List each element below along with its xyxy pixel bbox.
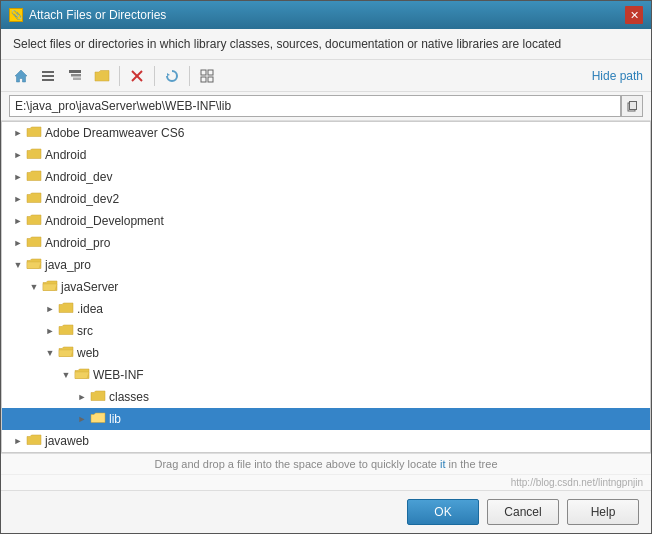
svg-rect-15 xyxy=(630,102,637,110)
folder-icon xyxy=(26,169,42,185)
tree-view-icon xyxy=(68,69,82,83)
delete-button[interactable] xyxy=(125,64,149,88)
svg-rect-12 xyxy=(201,77,206,82)
help-button[interactable]: Help xyxy=(567,499,639,525)
tree-item-label: classes xyxy=(109,390,149,404)
svg-rect-11 xyxy=(208,70,213,75)
folder-icon xyxy=(58,301,74,317)
drag-hint-suffix: in the tree xyxy=(446,458,498,470)
description-bar: Select files or directories in which lib… xyxy=(1,29,651,60)
tree-item[interactable]: ► Android_dev2 xyxy=(2,188,650,210)
folder-icon xyxy=(26,257,42,273)
tree-item-label: lib xyxy=(109,412,121,426)
tree-item-label: Adobe Dreamweaver CS6 xyxy=(45,126,184,140)
folder-icon xyxy=(26,235,42,251)
svg-rect-1 xyxy=(42,71,54,73)
tree-item-label: Android_dev2 xyxy=(45,192,119,206)
tree-item-label: web xyxy=(77,346,99,360)
separator-1 xyxy=(119,66,120,86)
home-button[interactable] xyxy=(9,64,33,88)
folder-icon xyxy=(90,389,106,405)
folder-icon xyxy=(26,147,42,163)
window-title: Attach Files or Directories xyxy=(29,8,166,22)
list-view-button[interactable] xyxy=(36,64,60,88)
tree-item[interactable]: ► .idea xyxy=(2,298,650,320)
cancel-button[interactable]: Cancel xyxy=(487,499,559,525)
description-text: Select files or directories in which lib… xyxy=(13,37,561,51)
tree-item-label: Android_pro xyxy=(45,236,110,250)
svg-rect-4 xyxy=(69,70,81,73)
svg-rect-6 xyxy=(73,77,81,80)
tree-item-label: Android_Development xyxy=(45,214,164,228)
tree-item[interactable]: ► Android_Development xyxy=(2,210,650,232)
toolbar: Hide path xyxy=(1,60,651,92)
tree-item[interactable]: ▼ web xyxy=(2,342,650,364)
refresh-button[interactable] xyxy=(160,64,184,88)
tree-item-label: javaServer xyxy=(61,280,118,294)
separator-3 xyxy=(189,66,190,86)
path-bar xyxy=(1,92,651,121)
tree-item[interactable]: ► javaweb xyxy=(2,430,650,452)
window-icon: 📎 xyxy=(9,8,23,22)
drag-hint: Drag and drop a file into the space abov… xyxy=(1,453,651,474)
tree-item[interactable]: ► Android_pro xyxy=(2,232,650,254)
tree-arrow: ► xyxy=(74,389,90,405)
tree-item[interactable]: ► Android xyxy=(2,144,650,166)
delete-icon xyxy=(130,69,144,83)
file-tree[interactable]: ► Adobe Dreamweaver CS6► Android► Androi… xyxy=(1,121,651,453)
tree-item[interactable]: ► Adobe Dreamweaver CS6 xyxy=(2,122,650,144)
hide-path-link[interactable]: Hide path xyxy=(592,69,643,83)
svg-rect-10 xyxy=(201,70,206,75)
tree-item[interactable]: ► Android_dev xyxy=(2,166,650,188)
tree-arrow: ► xyxy=(10,213,26,229)
title-bar-left: 📎 Attach Files or Directories xyxy=(9,8,166,22)
new-folder-button[interactable] xyxy=(90,64,114,88)
tree-item[interactable]: ▼ javaServer xyxy=(2,276,650,298)
new-folder-icon xyxy=(94,69,110,83)
folder-icon xyxy=(26,191,42,207)
tree-item-label: src xyxy=(77,324,93,338)
tree-item[interactable]: ► classes xyxy=(2,386,650,408)
refresh-icon xyxy=(165,69,179,83)
svg-rect-13 xyxy=(208,77,213,82)
tree-arrow: ▼ xyxy=(26,279,42,295)
tree-view-button[interactable] xyxy=(63,64,87,88)
home-icon xyxy=(14,69,28,83)
tree-item[interactable]: ▼ WEB-INF xyxy=(2,364,650,386)
tree-item-label: javaweb xyxy=(45,434,89,448)
folder-icon xyxy=(42,279,58,295)
tree-arrow: ► xyxy=(10,235,26,251)
folder-icon xyxy=(58,323,74,339)
path-input[interactable] xyxy=(9,95,621,117)
tree-arrow: ► xyxy=(42,301,58,317)
svg-marker-0 xyxy=(15,70,27,82)
path-refresh-button[interactable] xyxy=(621,95,643,117)
main-window: 📎 Attach Files or Directories ✕ Select f… xyxy=(0,0,652,534)
title-bar: 📎 Attach Files or Directories ✕ xyxy=(1,1,651,29)
tree-arrow: ▼ xyxy=(10,257,26,273)
tree-item[interactable]: ► src xyxy=(2,320,650,342)
expand-all-button[interactable] xyxy=(195,64,219,88)
svg-rect-3 xyxy=(42,79,54,81)
close-button[interactable]: ✕ xyxy=(625,6,643,24)
folder-icon xyxy=(26,125,42,141)
ok-button[interactable]: OK xyxy=(407,499,479,525)
svg-marker-9 xyxy=(167,73,170,76)
tree-arrow: ► xyxy=(10,125,26,141)
tree-item[interactable]: ► lib xyxy=(2,408,650,430)
folder-icon xyxy=(26,433,42,449)
tree-arrow: ► xyxy=(10,433,26,449)
svg-rect-2 xyxy=(42,75,54,77)
tree-item-label: java_pro xyxy=(45,258,91,272)
folder-icon xyxy=(74,367,90,383)
folder-icon xyxy=(90,411,106,427)
tree-arrow: ► xyxy=(74,411,90,427)
drag-hint-prefix: Drag and drop a file into the space abov… xyxy=(154,458,440,470)
tree-arrow: ► xyxy=(42,323,58,339)
watermark: http://blog.csdn.net/lintngpnjin xyxy=(1,474,651,490)
tree-item-label: WEB-INF xyxy=(93,368,144,382)
tree-item-label: Android xyxy=(45,148,86,162)
tree-item[interactable]: ▼ java_pro xyxy=(2,254,650,276)
tree-item-label: Android_dev xyxy=(45,170,112,184)
folder-icon xyxy=(58,345,74,361)
